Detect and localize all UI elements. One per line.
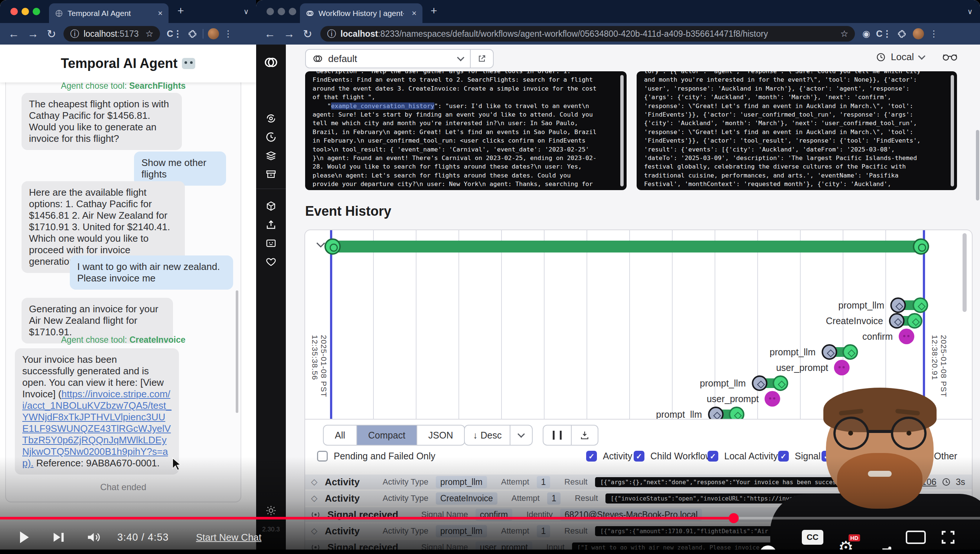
profile-avatar[interactable] xyxy=(913,28,924,39)
timeline-row[interactable]: prompt_llm xyxy=(656,407,744,420)
workflow-result-code-panel[interactable]: tory': [{'actor': 'agent', 'response': \… xyxy=(636,71,957,190)
back-button[interactable]: ← xyxy=(8,27,19,40)
view-json-tab[interactable]: JSON xyxy=(417,425,465,445)
site-info-icon[interactable]: ⓘ xyxy=(327,28,336,40)
user-message: I want to go with air new zealand. Pleas… xyxy=(70,255,233,290)
browser-tab[interactable]: Temporal AI Agent × xyxy=(49,3,169,23)
expand-diamond-icon[interactable]: ◇ xyxy=(311,494,317,503)
chat-app-title: Temporal AI Agent xyxy=(61,56,196,71)
minimize-window-button[interactable] xyxy=(22,8,29,15)
pending-failed-checkbox[interactable]: Pending and Failed Only xyxy=(317,451,436,462)
sort-chevron-button[interactable] xyxy=(510,425,532,445)
video-progress-bar[interactable] xyxy=(0,517,980,519)
event-history-heading: Event History xyxy=(305,204,391,219)
schedules-clock-icon[interactable] xyxy=(266,131,277,143)
reader-glasses-icon[interactable] xyxy=(942,51,958,62)
robot-icon xyxy=(182,58,195,69)
progress-scrubber[interactable] xyxy=(729,513,739,523)
zoom-window-button[interactable] xyxy=(33,8,40,15)
close-tab-icon[interactable]: × xyxy=(158,8,162,18)
namespace-select[interactable]: default xyxy=(305,49,494,68)
timeline-row[interactable]: CreateInvoice xyxy=(826,313,923,329)
pause-download-group xyxy=(543,425,598,446)
chat-scrollbar[interactable] xyxy=(236,290,238,413)
view-compact-tab[interactable]: Compact xyxy=(356,425,417,445)
stack-layers-icon[interactable] xyxy=(266,150,277,161)
theater-mode-button[interactable] xyxy=(906,531,926,544)
timeline-row[interactable]: user_prompt xyxy=(776,360,850,376)
fullscreen-button[interactable] xyxy=(941,530,956,545)
menu-kebab-icon[interactable]: ⋮ xyxy=(223,29,232,39)
browser-tab[interactable]: Workflow History | agent-wor × xyxy=(300,3,422,23)
eye-extension-icon[interactable]: ◉ xyxy=(862,29,870,39)
feedback-screen-icon[interactable] xyxy=(266,238,277,249)
timeline-row[interactable]: prompt_llm xyxy=(770,344,858,360)
volume-button[interactable] xyxy=(87,531,102,544)
back-button[interactable]: ← xyxy=(264,27,275,40)
download-button[interactable] xyxy=(571,425,598,445)
next-button[interactable] xyxy=(52,531,65,544)
namespaces-icon[interactable] xyxy=(266,113,277,124)
sort-desc-button[interactable]: ↓ Desc xyxy=(465,425,510,445)
child-workflow-checkbox[interactable]: ✓ Child Workflow xyxy=(634,451,712,462)
play-button[interactable] xyxy=(18,530,30,544)
reload-button[interactable]: ↻ xyxy=(47,27,56,40)
site-info-icon[interactable]: ⓘ xyxy=(70,28,79,40)
tab-search-chevron-icon[interactable]: ∨ xyxy=(240,6,253,17)
heart-icon[interactable] xyxy=(266,256,277,267)
archive-box-icon[interactable] xyxy=(266,169,277,180)
url-path: :8233/namespaces/default/workflows/agent… xyxy=(378,29,768,38)
timeline-row[interactable]: confirm xyxy=(862,329,914,344)
address-bar[interactable]: ⓘ localhost:5173 ☆ xyxy=(64,26,160,41)
namespace-value: default xyxy=(328,53,357,65)
bookmark-star-icon[interactable]: ☆ xyxy=(145,29,154,39)
captions-button[interactable]: CC xyxy=(802,530,823,545)
extensions-puzzle-icon[interactable] xyxy=(897,29,907,38)
open-namespace-button[interactable] xyxy=(470,50,493,68)
minimize-window-button[interactable] xyxy=(278,8,285,15)
temporal-nav-sidebar: 2.30.3 xyxy=(256,45,286,554)
address-bar[interactable]: ⓘ localhost:8233/namespaces/default/work… xyxy=(320,26,855,41)
pause-button[interactable] xyxy=(544,425,571,445)
forward-button[interactable]: → xyxy=(27,27,38,40)
chevron-down-icon xyxy=(918,53,926,60)
workflow-execution-bar[interactable] xyxy=(331,240,924,253)
extensions-puzzle-icon[interactable] xyxy=(188,29,197,38)
export-upload-icon[interactable] xyxy=(266,219,277,230)
theme-sun-icon[interactable] xyxy=(266,505,277,516)
invoice-link[interactable]: https://invoice.stripe.com/i/acct_1NBOLu… xyxy=(22,388,172,469)
workflow-start-marker xyxy=(325,239,341,255)
close-tab-icon[interactable]: × xyxy=(412,8,417,18)
bookmark-star-icon[interactable]: ☆ xyxy=(840,29,849,39)
checkbox-checked-icon[interactable]: ✓ xyxy=(634,451,644,462)
checkbox-checked-icon[interactable]: ✓ xyxy=(708,451,718,462)
start-new-chat-link[interactable]: Start New Chat xyxy=(196,532,261,543)
code-panel-scrollbar[interactable] xyxy=(951,75,954,186)
new-tab-button[interactable]: + xyxy=(177,5,184,17)
timezone-select[interactable]: Local xyxy=(876,51,924,63)
checkbox-unchecked-icon[interactable] xyxy=(317,451,328,462)
timeline-scrollbar[interactable] xyxy=(963,233,967,312)
temporal-logo-icon[interactable] xyxy=(264,55,278,70)
zoom-window-button[interactable] xyxy=(289,8,296,15)
new-tab-button[interactable]: + xyxy=(431,5,437,17)
page-scrollbar[interactable] xyxy=(976,130,979,201)
close-window-button[interactable] xyxy=(267,8,274,15)
activity-checkbox[interactable]: ✓ Activity xyxy=(586,451,632,462)
cube-icon[interactable] xyxy=(266,201,277,212)
expand-diamond-icon[interactable]: ◇ xyxy=(311,477,317,487)
extension-c-icon[interactable]: C⋮ xyxy=(167,29,182,39)
timeline-start-timestamp: 2025-01-08 PST 12:35:38.56 xyxy=(310,335,328,419)
tab-search-chevron-icon[interactable]: ∨ xyxy=(964,6,976,17)
view-all-tab[interactable]: All xyxy=(324,425,356,445)
close-window-button[interactable] xyxy=(10,8,18,15)
checkbox-checked-icon[interactable]: ✓ xyxy=(586,451,597,462)
workflow-input-code-panel[interactable]: "description": "Help the user gather arg… xyxy=(305,71,627,190)
timeline-row[interactable]: prompt_llm xyxy=(838,298,928,313)
menu-kebab-icon[interactable]: ⋮ xyxy=(929,29,938,39)
reload-button[interactable]: ↻ xyxy=(303,27,312,40)
profile-avatar[interactable] xyxy=(208,28,219,39)
code-panel-scrollbar[interactable] xyxy=(620,75,624,186)
extension-c-icon[interactable]: C⋮ xyxy=(876,29,891,39)
forward-button[interactable]: → xyxy=(283,27,295,40)
